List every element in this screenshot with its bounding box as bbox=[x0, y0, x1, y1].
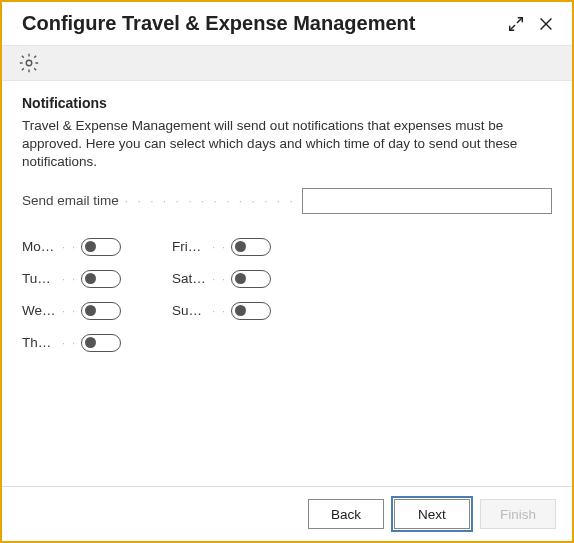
section-title: Notifications bbox=[22, 95, 552, 111]
wizard-dialog: Configure Travel & Expense Management No… bbox=[0, 0, 574, 543]
content-area: Notifications Travel & Expense Managemen… bbox=[2, 81, 572, 486]
send-email-time-label: Send email time bbox=[22, 193, 119, 208]
dialog-header: Configure Travel & Expense Management bbox=[2, 2, 572, 45]
day-row-tuesday: Tue… · · bbox=[22, 270, 172, 288]
day-row-sunday: Su… · · bbox=[172, 302, 322, 320]
day-row-monday: Mo… · · bbox=[22, 238, 172, 256]
dialog-title: Configure Travel & Expense Management bbox=[22, 12, 506, 35]
dialog-footer: Back Next Finish bbox=[2, 486, 572, 541]
toolbar bbox=[2, 45, 572, 81]
day-label: Thu… bbox=[22, 335, 58, 350]
close-icon[interactable] bbox=[536, 14, 556, 34]
day-row-thursday: Thu… · · bbox=[22, 334, 172, 352]
day-label: Su… bbox=[172, 303, 208, 318]
day-row-wednesday: We… · · bbox=[22, 302, 172, 320]
back-button[interactable]: Back bbox=[308, 499, 384, 529]
day-label: Mo… bbox=[22, 239, 58, 254]
header-icons bbox=[506, 14, 556, 34]
toggle-monday[interactable] bbox=[81, 238, 121, 256]
day-label: Sat… bbox=[172, 271, 208, 286]
days-grid: Mo… · · Fri… · · Tue… · · Sat… · · bbox=[22, 238, 552, 352]
toggle-wednesday[interactable] bbox=[81, 302, 121, 320]
day-row-friday: Fri… · · bbox=[172, 238, 322, 256]
gear-icon[interactable] bbox=[18, 52, 40, 74]
expand-icon[interactable] bbox=[506, 14, 526, 34]
next-button[interactable]: Next bbox=[394, 499, 470, 529]
send-email-time-row: Send email time · · · · · · · · · · · · … bbox=[22, 188, 552, 214]
section-description: Travel & Expense Management will send ou… bbox=[22, 117, 552, 172]
day-row-saturday: Sat… · · bbox=[172, 270, 322, 288]
day-label: Tue… bbox=[22, 271, 58, 286]
svg-point-0 bbox=[26, 60, 32, 66]
toggle-sunday[interactable] bbox=[231, 302, 271, 320]
day-label: We… bbox=[22, 303, 58, 318]
toggle-thursday[interactable] bbox=[81, 334, 121, 352]
day-label: Fri… bbox=[172, 239, 208, 254]
finish-button: Finish bbox=[480, 499, 556, 529]
toggle-saturday[interactable] bbox=[231, 270, 271, 288]
send-email-time-input[interactable] bbox=[302, 188, 552, 214]
toggle-tuesday[interactable] bbox=[81, 270, 121, 288]
toggle-friday[interactable] bbox=[231, 238, 271, 256]
dots-filler: · · · · · · · · · · · · · · bbox=[125, 194, 296, 208]
